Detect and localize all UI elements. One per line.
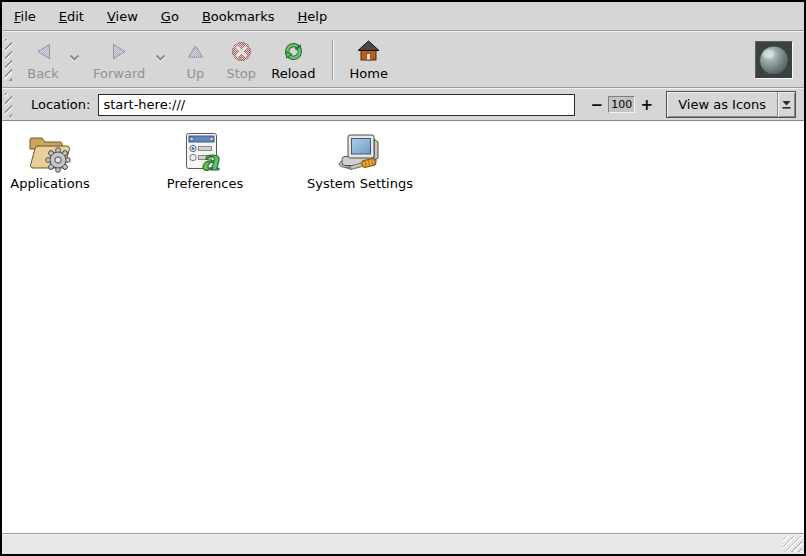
- menu-file[interactable]: File: [7, 5, 43, 28]
- desktop-item-preferences[interactable]: a Preferences: [157, 130, 253, 191]
- icon-label: Applications: [10, 176, 89, 191]
- menu-go[interactable]: Go: [154, 5, 186, 28]
- view-mode-dropdown[interactable]: View as Icons: [666, 91, 796, 118]
- reload-label: Reload: [271, 66, 315, 81]
- location-label: Location:: [31, 97, 90, 112]
- applications-folder-gear-icon: [26, 130, 74, 174]
- file-manager-window: File Edit View Go Bookmarks Help Back: [0, 0, 806, 556]
- menu-help[interactable]: Help: [291, 5, 335, 28]
- menu-bookmarks[interactable]: Bookmarks: [195, 5, 282, 28]
- desktop-item-applications[interactable]: Applications: [2, 130, 98, 191]
- zoom-level-indicator: 100: [608, 96, 635, 113]
- view-mode-label: View as Icons: [667, 92, 777, 117]
- location-bar: Location: − 100 + View as Icons: [2, 89, 804, 120]
- zoom-out-button[interactable]: −: [590, 96, 603, 114]
- preferences-window-icon: a: [183, 130, 227, 174]
- stop-button[interactable]: Stop: [218, 34, 264, 85]
- locationbar-drag-handle[interactable]: [5, 93, 12, 117]
- icon-label: Preferences: [167, 176, 243, 191]
- back-history-dropdown[interactable]: [66, 40, 82, 80]
- menu-view[interactable]: View: [100, 5, 145, 28]
- statusbar: [2, 533, 804, 554]
- statusbar-text: [2, 538, 8, 552]
- toolbar-separator: [332, 40, 334, 80]
- svg-text:a: a: [201, 144, 220, 174]
- system-settings-monitor-icon: [336, 130, 384, 174]
- location-input[interactable]: [98, 94, 575, 116]
- reload-button[interactable]: Reload: [264, 34, 322, 85]
- stop-icon: [231, 39, 252, 63]
- menu-edit[interactable]: Edit: [52, 5, 91, 28]
- back-arrow-icon: [34, 39, 53, 63]
- chevron-down-icon: [155, 47, 166, 66]
- throbber-globe-icon: [755, 41, 793, 79]
- forward-arrow-icon: [110, 39, 129, 63]
- back-label: Back: [27, 66, 59, 81]
- toolbar: Back Forward: [2, 32, 804, 87]
- up-label: Up: [186, 66, 204, 81]
- dropdown-arrow-icon: [777, 92, 795, 117]
- home-label: Home: [350, 66, 388, 81]
- up-button[interactable]: Up: [172, 34, 218, 85]
- icon-label: System Settings: [307, 176, 413, 191]
- resize-grip[interactable]: [783, 536, 802, 552]
- forward-button[interactable]: Forward: [86, 34, 152, 85]
- zoom-in-button[interactable]: +: [640, 96, 653, 114]
- icon-view[interactable]: Applications a Preferences: [2, 120, 804, 533]
- stop-label: Stop: [227, 66, 257, 81]
- reload-icon: [282, 39, 305, 63]
- back-button[interactable]: Back: [20, 34, 66, 85]
- home-icon: [357, 39, 380, 63]
- chevron-down-icon: [69, 47, 80, 66]
- menubar: File Edit View Go Bookmarks Help: [2, 2, 804, 30]
- toolbar-drag-handle[interactable]: [5, 39, 12, 81]
- forward-label: Forward: [93, 66, 145, 81]
- up-arrow-icon: [187, 39, 204, 63]
- desktop-item-system-settings[interactable]: System Settings: [312, 130, 408, 191]
- home-button[interactable]: Home: [343, 34, 395, 85]
- forward-history-dropdown[interactable]: [152, 40, 168, 80]
